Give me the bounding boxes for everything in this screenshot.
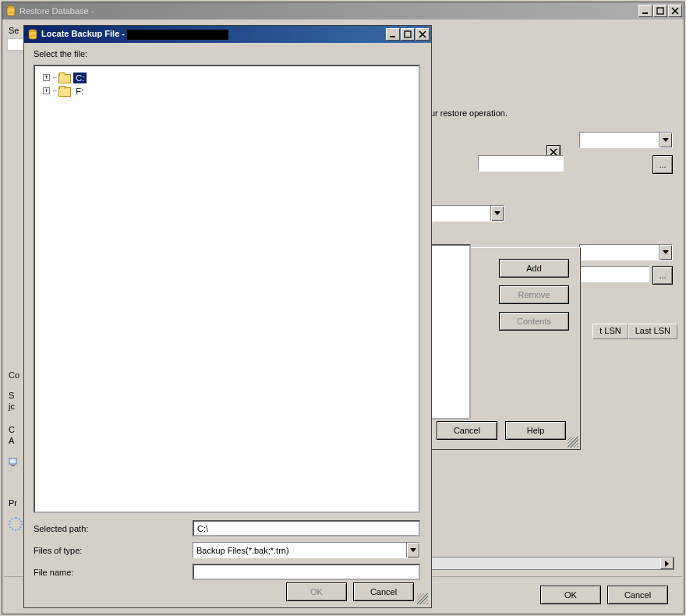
close-button[interactable] — [415, 28, 430, 41]
backup-sets-header: t LSN Last LSN — [592, 324, 677, 339]
locate-backup-file-window: Locate Backup File - Select the file: + … — [23, 25, 432, 608]
chevron-down-icon[interactable] — [659, 133, 672, 147]
minimize-button[interactable] — [638, 5, 652, 17]
ok-button[interactable]: OK — [540, 586, 601, 604]
tree-connector: ··· — [52, 73, 56, 82]
col-first-lsn[interactable]: t LSN — [592, 324, 628, 339]
svg-rect-4 — [657, 8, 663, 14]
svg-rect-8 — [11, 465, 15, 466]
selected-path-label: Selected path: — [34, 524, 189, 533]
window-title: Restore Database - — [19, 6, 638, 16]
cancel-button[interactable]: Cancel — [437, 421, 497, 440]
sidebar-section-progress: Pr — [9, 498, 17, 508]
file-name-input[interactable] — [193, 564, 420, 580]
expand-icon[interactable]: + — [43, 74, 50, 81]
titlebar[interactable]: Restore Database - — [2, 2, 684, 19]
maximize-button[interactable] — [653, 5, 667, 17]
chevron-down-icon[interactable] — [490, 206, 504, 221]
source-combo[interactable] — [579, 244, 673, 260]
minimize-button[interactable] — [386, 28, 400, 41]
browse-button[interactable]: ... — [652, 266, 673, 285]
svg-point-13 — [29, 36, 37, 39]
sidebar-text: S — [9, 391, 14, 400]
sidebar-text: jc — [9, 402, 15, 411]
tree-label[interactable]: C: — [73, 73, 87, 83]
window-title: Locate Backup File - — [41, 29, 386, 40]
selected-path-input[interactable]: C:\ — [193, 520, 420, 536]
folder-icon — [58, 73, 71, 83]
folder-tree[interactable]: + ··· C: + ··· F: — [34, 65, 420, 513]
scroll-right-icon[interactable] — [660, 558, 674, 569]
database-icon — [27, 29, 38, 40]
chevron-down-icon[interactable] — [659, 245, 672, 260]
file-name-label: File name: — [34, 568, 189, 577]
tree-node-f-drive[interactable]: + ··· F: — [43, 84, 414, 97]
sidebar-section-connection: Co — [9, 370, 19, 380]
dialog-button-bar: OK Cancel — [27, 582, 428, 601]
maximize-button[interactable] — [401, 28, 415, 41]
svg-rect-15 — [405, 31, 411, 37]
titlebar[interactable]: Locate Backup File - — [24, 26, 431, 43]
svg-point-2 — [7, 12, 15, 16]
remove-button: Remove — [499, 285, 569, 304]
browse-button[interactable]: ... — [652, 155, 673, 174]
files-of-type-combo[interactable]: Backup Files(*.bak;*.trn) — [193, 542, 420, 558]
select-file-label: Select the file: — [34, 49, 87, 58]
progress-spinner-icon — [9, 517, 23, 531]
tree-label[interactable]: F: — [73, 86, 86, 97]
add-button[interactable]: Add — [499, 259, 569, 278]
close-button[interactable] — [668, 5, 682, 17]
sidebar-text: A — [9, 436, 14, 445]
resize-grip[interactable] — [568, 437, 578, 448]
help-button[interactable]: Help — [505, 421, 566, 440]
cancel-button[interactable]: Cancel — [607, 586, 668, 604]
dest-input[interactable] — [478, 155, 564, 172]
files-of-type-value: Backup Files(*.bak;*.trn) — [193, 546, 406, 555]
chevron-down-icon[interactable] — [406, 543, 419, 558]
connection-icon — [9, 456, 21, 467]
resize-grip[interactable] — [417, 593, 428, 604]
expand-icon[interactable]: + — [43, 87, 50, 94]
sidebar-text: C — [9, 425, 15, 434]
destination-combo[interactable] — [579, 132, 673, 148]
database-icon — [5, 5, 16, 16]
col-last-lsn[interactable]: Last LSN — [628, 324, 677, 339]
contents-button: Contents — [499, 312, 569, 331]
src-input[interactable] — [571, 266, 649, 282]
tree-connector: ··· — [52, 87, 56, 95]
tree-node-c-drive[interactable]: + ··· C: — [43, 71, 414, 84]
sidebar-section-select: Se — [9, 26, 19, 35]
ok-button: OK — [286, 582, 347, 601]
cancel-button[interactable]: Cancel — [353, 582, 414, 601]
svg-rect-7 — [9, 458, 16, 464]
redacted-server-name — [127, 30, 228, 40]
files-of-type-label: Files of type: — [34, 546, 189, 555]
folder-icon — [58, 86, 71, 96]
